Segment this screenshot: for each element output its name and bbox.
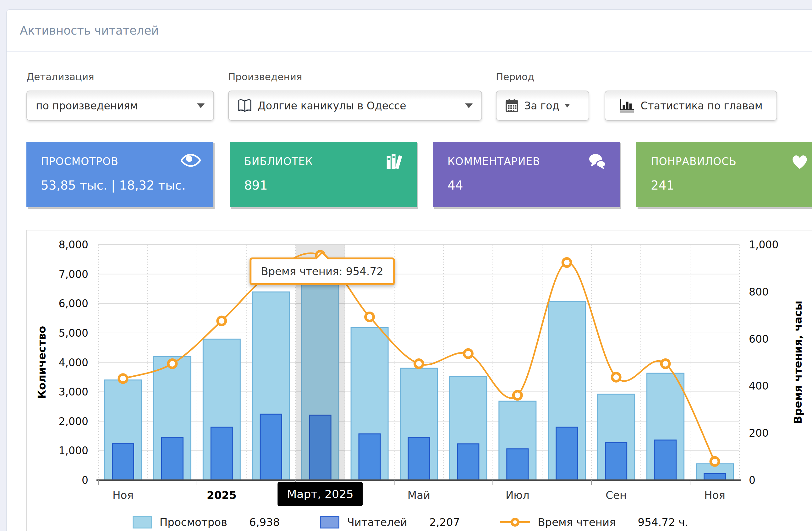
x-axis-label: Июл — [506, 489, 530, 501]
bar-readers[interactable] — [704, 473, 726, 480]
line-marker[interactable] — [612, 373, 620, 381]
filter-detail: Детализация по произведениям — [26, 71, 214, 121]
left-axis-title: Количество — [35, 326, 48, 399]
line-marker[interactable] — [464, 349, 472, 358]
activity-chart-panel: 01,0002,0003,0004,0005,0006,0007,0008,00… — [26, 230, 812, 531]
left-axis-tick: 4,000 — [59, 357, 88, 369]
books-icon — [384, 153, 404, 170]
x-axis-label: Май — [408, 489, 430, 501]
legend-item-readers[interactable]: Читателей 2,207 — [320, 516, 460, 529]
line-marker[interactable] — [662, 360, 670, 368]
period-label: Период — [496, 71, 589, 90]
x-axis-label: 2025 — [207, 489, 237, 501]
x-axis-label: Ноя — [113, 489, 133, 501]
stat-likes-title: ПОНРАВИЛОСЬ — [651, 155, 737, 168]
chart-legend: Просмотров 6,938 Читателей 2,207 Время ч… — [77, 516, 744, 529]
stat-card-libraries: БИБЛИОТЕК 891 — [230, 142, 417, 207]
chapter-stats-button[interactable]: Статистика по главам — [605, 90, 777, 121]
works-select[interactable]: Долгие каникулы в Одессе — [228, 90, 482, 121]
filter-period: Период За год — [496, 71, 589, 121]
stat-card-views: ПРОСМОТРОВ 53,85 тыс. | 18,32 тыс. — [26, 142, 213, 207]
chevron-down-icon — [197, 103, 205, 108]
legend-readers-value: 2,207 — [429, 516, 460, 529]
x-axis-label: Ноя — [704, 489, 725, 501]
bar-readers[interactable] — [260, 414, 281, 480]
stat-card-comments: КОММЕНТАРИЕВ 44 — [433, 142, 620, 207]
detail-select[interactable]: по произведениям — [26, 90, 214, 121]
stat-cards: ПРОСМОТРОВ 53,85 тыс. | 18,32 тыс. БИБЛИ… — [6, 142, 812, 207]
page-title: Активность читателей — [20, 24, 159, 38]
chevron-down-icon — [564, 104, 570, 107]
filter-works: Произведения Долгие каникулы в Одессе — [228, 71, 482, 121]
line-marker[interactable] — [119, 374, 127, 383]
bar-readers[interactable] — [655, 440, 676, 480]
filter-row: Детализация по произведениям Произведени… — [6, 71, 812, 131]
right-axis-tick: 200 — [749, 427, 769, 439]
chapter-stats-label: Статистика по главам — [640, 100, 762, 112]
eye-icon — [181, 153, 201, 170]
readers-swatch-icon — [320, 516, 339, 529]
bar-readers[interactable] — [211, 427, 232, 480]
bar-readers[interactable] — [556, 427, 578, 480]
line-marker-icon — [500, 516, 530, 529]
heart-icon — [791, 153, 811, 170]
line-marker[interactable] — [217, 317, 226, 325]
bar-readers[interactable] — [458, 444, 479, 480]
card-header: Активность читателей — [6, 10, 812, 52]
legend-views-label: Просмотров — [160, 516, 227, 529]
chevron-down-icon — [465, 103, 473, 108]
right-axis-tick: 0 — [749, 474, 755, 486]
bar-chart-icon — [619, 99, 635, 113]
left-axis-tick: 3,000 — [59, 386, 88, 398]
left-axis-tick: 2,000 — [59, 415, 88, 428]
line-marker[interactable] — [365, 313, 374, 321]
bar-readers[interactable] — [112, 443, 133, 480]
legend-time-label: Время чтения — [538, 516, 615, 529]
reader-activity-card: Активность читателей Детализация по прои… — [6, 10, 812, 531]
right-axis-tick: 1,000 — [749, 239, 778, 251]
detail-select-value: по произведениям — [36, 100, 138, 112]
filter-chapter-stats: Статистика по главам — [605, 71, 777, 121]
x-label-highlighted: Март, 2025 — [277, 482, 363, 506]
line-marker[interactable] — [415, 360, 423, 368]
left-axis-tick: 6,000 — [59, 298, 88, 310]
left-axis-tick: 5,000 — [59, 327, 88, 339]
right-axis-tick: 600 — [749, 333, 769, 345]
detail-label: Детализация — [26, 71, 214, 90]
legend-item-views[interactable]: Просмотров 6,938 — [133, 516, 280, 529]
left-axis-tick: 1,000 — [59, 445, 88, 457]
chart-tooltip: Время чтения: 954.72 — [249, 258, 395, 285]
left-axis-tick: 8,000 — [59, 239, 88, 251]
stat-comments-value: 44 — [448, 178, 607, 192]
legend-views-value: 6,938 — [249, 516, 280, 529]
works-label: Произведения — [228, 71, 482, 90]
works-select-value: Долгие каникулы в Одессе — [258, 100, 406, 112]
legend-readers-label: Читателей — [347, 516, 407, 529]
left-axis-tick: 7,000 — [59, 268, 88, 281]
tooltip-text: Время чтения: 954.72 — [261, 265, 383, 277]
bar-readers[interactable] — [507, 449, 528, 480]
views-swatch-icon — [133, 516, 152, 529]
bar-readers[interactable] — [359, 434, 380, 480]
line-marker[interactable] — [168, 360, 176, 368]
line-marker[interactable] — [513, 391, 522, 399]
stat-libraries-value: 891 — [244, 178, 404, 192]
x-axis-label: Сен — [606, 489, 627, 501]
stat-libraries-title: БИБЛИОТЕК — [244, 155, 313, 168]
right-axis-title: Время чтения, часы — [792, 301, 804, 424]
period-value: За год — [524, 100, 559, 112]
line-marker[interactable] — [711, 457, 719, 465]
bar-readers[interactable] — [408, 437, 430, 480]
book-icon — [237, 99, 252, 113]
bar-readers[interactable] — [161, 437, 183, 480]
bar-readers[interactable] — [606, 443, 627, 480]
right-axis-tick: 400 — [749, 380, 769, 392]
line-marker[interactable] — [563, 258, 571, 267]
legend-item-reading-time[interactable]: Время чтения 954.72 ч. — [500, 516, 688, 529]
legend-time-value: 954.72 ч. — [638, 516, 688, 529]
stat-views-value: 53,85 тыс. | 18,32 тыс. — [41, 178, 201, 192]
stat-views-title: ПРОСМОТРОВ — [41, 155, 118, 168]
period-button[interactable]: За год — [496, 90, 589, 121]
calendar-icon — [505, 98, 519, 113]
right-axis-tick: 800 — [749, 286, 769, 298]
